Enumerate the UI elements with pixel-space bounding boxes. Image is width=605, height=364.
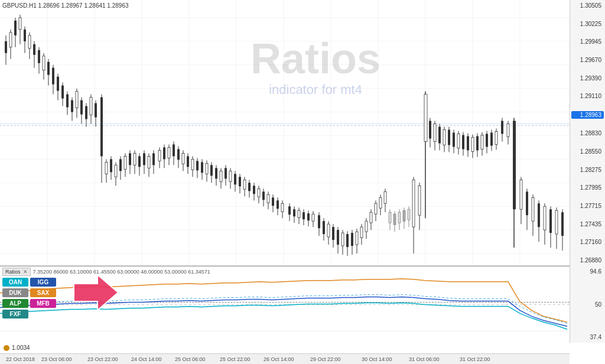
svg-rect-63 [95,103,97,118]
svg-rect-47 [57,77,59,91]
svg-rect-61 [90,98,92,115]
svg-rect-115 [220,171,222,181]
svg-rect-33 [24,30,26,41]
svg-rect-65 [100,98,103,157]
svg-rect-225 [486,134,488,147]
legend-btn-igg[interactable]: IGG [30,278,56,287]
price-chart-svg [0,0,570,265]
svg-rect-27 [9,32,12,47]
svg-rect-153 [312,214,314,221]
svg-rect-133 [262,191,265,200]
svg-rect-39 [38,50,40,63]
svg-rect-143 [288,206,291,214]
svg-rect-91 [163,147,165,159]
time-label-2: 23 Oct 06:00 [41,356,72,362]
svg-rect-59 [85,106,87,119]
svg-rect-55 [76,92,78,108]
price-label-9: 1.28275 [571,167,604,173]
svg-rect-211 [453,133,455,147]
price-label-2: 1.30225 [571,21,604,27]
svg-rect-121 [234,174,236,184]
svg-rect-139 [277,200,279,209]
svg-rect-155 [318,215,320,228]
svg-rect-197 [418,186,421,215]
svg-rect-125 [243,180,246,189]
legend-btn-duk[interactable]: DUK [2,288,28,297]
svg-rect-233 [507,124,509,137]
svg-rect-45 [52,68,54,84]
svg-rect-97 [177,149,180,160]
svg-rect-43 [47,62,50,75]
legend-btn-sax[interactable]: SAX [30,288,56,297]
svg-rect-179 [375,203,377,214]
svg-rect-185 [389,212,391,223]
svg-rect-37 [33,44,35,55]
svg-rect-249 [555,210,558,234]
time-label-8: 29 Oct 22:00 [310,356,341,362]
time-label-5: 25 Oct 06:00 [175,356,206,362]
indicator-title: Ratios [5,269,21,275]
symbol-ohlc: 1.28696 1.28967 1.28641 1.28963 [38,2,129,9]
svg-rect-93 [168,147,170,158]
svg-rect-35 [28,35,31,48]
svg-rect-123 [239,177,241,186]
price-chart [0,0,570,266]
svg-rect-81 [138,156,141,167]
svg-rect-107 [201,162,203,173]
svg-rect-49 [61,86,64,99]
price-label-7: 1.28830 [571,130,604,136]
price-label-5: 1.29390 [571,75,604,82]
svg-rect-163 [337,230,339,245]
svg-rect-219 [471,137,474,151]
svg-rect-89 [158,150,161,161]
svg-rect-213 [457,134,460,148]
svg-rect-231 [501,121,503,134]
svg-rect-119 [229,171,232,181]
price-label-6: 1.29110 [571,93,604,99]
svg-rect-191 [403,210,405,221]
svg-rect-117 [225,168,227,178]
svg-rect-129 [253,186,255,194]
svg-rect-157 [323,221,325,234]
svg-rect-165 [341,233,344,246]
price-label-12: 1.27435 [571,221,604,228]
svg-rect-95 [173,144,175,156]
svg-rect-87 [152,153,155,165]
svg-rect-235 [513,121,516,210]
svg-rect-151 [307,213,310,220]
svg-rect-71 [115,165,117,177]
legend-btn-fxf[interactable]: FXF [2,310,28,318]
price-label-8: 1.28550 [571,148,604,155]
legend-area: OAN IGG DUK SAX ALP MFB FXF [2,278,56,318]
svg-rect-183 [384,191,386,203]
panel-close-btn[interactable]: ✕ [23,269,28,275]
legend-btn-oan[interactable]: OAN [2,278,28,287]
svg-rect-57 [80,100,83,115]
svg-rect-103 [191,159,194,170]
legend-btn-alp[interactable]: ALP [2,299,28,308]
svg-rect-53 [71,100,73,112]
svg-rect-145 [293,209,295,216]
svg-rect-161 [332,227,334,240]
price-label-current: 1.28963 [571,111,604,119]
time-label-9: 30 Oct 14:00 [362,356,392,362]
svg-rect-99 [182,153,184,164]
svg-rect-67 [105,162,108,174]
svg-rect-149 [302,212,305,219]
svg-rect-167 [346,234,349,247]
svg-rect-135 [267,194,269,203]
price-label-1: 1.30505 [571,2,604,9]
svg-rect-247 [549,209,552,233]
svg-rect-109 [206,163,208,174]
svg-rect-241 [532,197,534,221]
symbol-info: GBPUSD.H1 1.28696 1.28967 1.28641 1.2896… [2,2,129,9]
ind-label-low: 37.4 [571,334,604,340]
svg-rect-193 [408,209,410,220]
svg-rect-29 [14,21,17,35]
svg-rect-175 [365,221,367,232]
svg-rect-195 [412,180,415,227]
svg-rect-217 [467,136,469,150]
svg-rect-243 [538,203,540,227]
legend-btn-mfb[interactable]: MFB [30,299,56,308]
svg-rect-113 [215,168,217,178]
